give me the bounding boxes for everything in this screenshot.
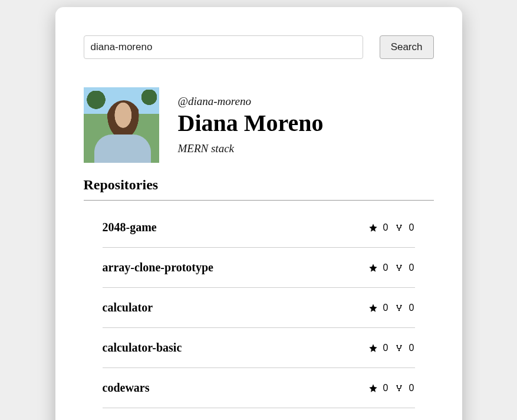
repo-name: codewars <box>103 381 150 395</box>
search-button[interactable]: Search <box>380 35 434 59</box>
fork-count: 0 <box>409 343 415 353</box>
star-icon <box>368 222 378 233</box>
fork-icon <box>394 383 404 393</box>
star-icon <box>368 343 378 353</box>
profile-handle: @diana-moreno <box>178 95 324 108</box>
repo-name: calculator <box>103 301 153 314</box>
fork-icon <box>394 262 404 273</box>
repo-item[interactable]: calculator 0 0 <box>103 288 415 328</box>
avatar <box>84 87 159 163</box>
repo-name: 2048-game <box>103 221 157 234</box>
star-icon <box>368 262 378 273</box>
star-count: 0 <box>383 343 389 353</box>
profile-card: Search @diana-moreno Diana Moreno MERN s… <box>55 7 462 420</box>
section-title: Repositories <box>84 177 434 193</box>
repo-item[interactable]: codewars 0 0 <box>103 368 415 408</box>
repo-stats: 0 0 <box>368 262 415 273</box>
fork-icon <box>394 222 404 233</box>
fork-icon <box>394 343 404 353</box>
fork-count: 0 <box>409 383 415 393</box>
star-icon <box>368 383 378 393</box>
repo-item[interactable]: 2048-game 0 0 <box>103 208 415 248</box>
search-input[interactable] <box>84 35 363 59</box>
fork-icon <box>394 303 404 313</box>
fork-count: 0 <box>409 303 415 313</box>
repo-list: 2048-game 0 0 array-clone-prototype 0 0 … <box>84 208 434 408</box>
fork-count: 0 <box>409 222 415 233</box>
repo-stats: 0 0 <box>368 343 415 353</box>
profile-name: Diana Moreno <box>178 110 324 136</box>
repo-stats: 0 0 <box>368 383 415 393</box>
repo-stats: 0 0 <box>368 303 415 313</box>
search-bar: Search <box>84 35 434 59</box>
star-count: 0 <box>383 262 389 273</box>
star-icon <box>368 303 378 313</box>
section-divider <box>84 200 434 201</box>
repo-name: array-clone-prototype <box>103 261 213 274</box>
profile-header: @diana-moreno Diana Moreno MERN stack <box>84 87 434 163</box>
fork-count: 0 <box>409 262 415 273</box>
star-count: 0 <box>383 383 389 393</box>
repo-name: calculator-basic <box>103 341 182 355</box>
star-count: 0 <box>383 303 389 313</box>
profile-bio: MERN stack <box>178 142 324 155</box>
repo-item[interactable]: array-clone-prototype 0 0 <box>103 248 415 288</box>
star-count: 0 <box>383 222 389 233</box>
repo-stats: 0 0 <box>368 222 415 233</box>
repo-item[interactable]: calculator-basic 0 0 <box>103 328 415 368</box>
profile-info: @diana-moreno Diana Moreno MERN stack <box>178 87 324 163</box>
